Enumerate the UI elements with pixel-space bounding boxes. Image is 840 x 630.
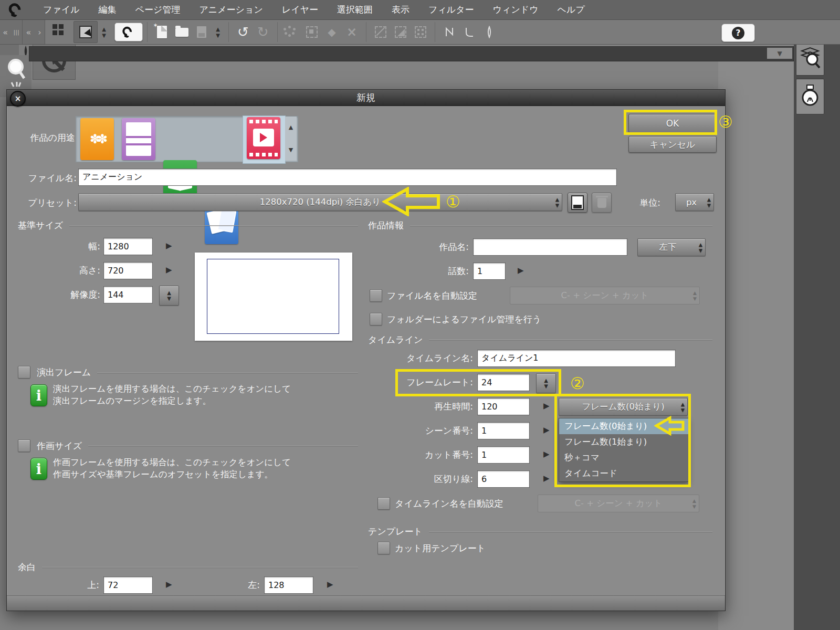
menu-animation[interactable]: アニメーション (199, 4, 262, 16)
drawing-size-checkbox[interactable] (18, 439, 30, 452)
time-scale-option-2[interactable]: 秒＋コマ (559, 450, 688, 466)
usage-icon-animation[interactable] (247, 117, 280, 159)
cut-number-input[interactable] (477, 446, 530, 464)
hint-panel-button[interactable] (796, 79, 824, 114)
auto-filename-checkbox[interactable] (370, 289, 382, 302)
resolution-input[interactable] (103, 286, 153, 303)
time-scale-option-1[interactable]: フレーム数(1始まり) (559, 434, 688, 450)
spin-up-icon: ▲ (212, 27, 224, 32)
margin-top-slider-button[interactable]: ▶ (166, 581, 172, 589)
menu-file[interactable]: ファイル (43, 4, 80, 16)
fill-button[interactable]: ◆ (322, 22, 342, 43)
scene-number-input[interactable] (477, 422, 530, 439)
cancel-button[interactable]: キャンセル (628, 136, 717, 153)
framerate-spinner[interactable]: ▲ ▼ (536, 373, 556, 393)
line-tool-button[interactable] (439, 22, 459, 43)
episode-slider-button[interactable]: ▶ (518, 267, 524, 275)
menu-edit[interactable]: 編集 (99, 4, 117, 16)
page-position-dropdown[interactable]: 左下 ▲ ▼ (637, 238, 706, 256)
save-file-button[interactable] (192, 22, 212, 43)
menu-window[interactable]: ウィンドウ (493, 4, 539, 16)
menu-page-manage[interactable]: ページ管理 (135, 4, 181, 16)
width-input[interactable] (103, 238, 153, 255)
menu-help[interactable]: ヘルプ (558, 4, 585, 16)
resolution-spinner[interactable]: ▲ ▼ (159, 286, 179, 306)
auto-timeline-name-checkbox[interactable] (377, 497, 390, 510)
scatter-button[interactable] (282, 22, 302, 43)
usage-icon-strip: ✽✽ ▲ ▼ (76, 116, 298, 162)
selection-border-button[interactable] (411, 22, 430, 43)
cut-slider-button[interactable]: ▶ (543, 450, 550, 458)
scroll-down-icon[interactable]: ▼ (289, 146, 293, 153)
timeline-name-input[interactable] (477, 350, 676, 367)
playtime-label: 再生時間: (434, 401, 473, 413)
cut-template-checkbox[interactable] (377, 542, 390, 554)
work-name-input[interactable] (473, 238, 627, 256)
height-input[interactable] (103, 262, 153, 279)
group-divider (88, 446, 358, 446)
undo-button[interactable]: ↺ (233, 22, 253, 43)
time-scale-option-3[interactable]: タイムコード (559, 466, 688, 481)
quick-access-panel-button[interactable] (796, 40, 824, 76)
scroll-up-icon[interactable]: ▲ (289, 124, 293, 131)
width-slider-button[interactable]: ▶ (166, 242, 172, 250)
separator-input[interactable] (477, 470, 530, 488)
lightbulb-icon (801, 83, 820, 110)
snap-tool-button[interactable] (74, 21, 98, 43)
move-selection-button[interactable] (302, 22, 322, 43)
ok-button[interactable]: OK (628, 114, 717, 133)
unit-dropdown[interactable]: px ▲ ▼ (675, 193, 714, 211)
new-file-button[interactable]: ✶ (152, 22, 172, 43)
open-file-button[interactable] (172, 22, 192, 43)
menu-selection[interactable]: 選択範囲 (337, 4, 373, 16)
mask-button[interactable] (391, 22, 411, 43)
redo-button[interactable]: ↻ (253, 22, 273, 43)
margin-left-slider-button[interactable]: ▶ (327, 581, 333, 589)
menu-layer[interactable]: レイヤー (282, 4, 318, 16)
dialog-title-bar[interactable]: 新規 (7, 90, 725, 106)
help-button[interactable]: ? (721, 24, 755, 42)
auto-timeline-name-label: タイムライン名を自動設定 (395, 498, 503, 510)
open-clip-studio-button[interactable] (114, 23, 143, 41)
separator-slider-button[interactable]: ▶ (543, 475, 550, 482)
toolbar-divider (228, 22, 229, 42)
toolbar-spinner-2[interactable]: ▲ ▼ (212, 27, 224, 38)
usage-icon-comic[interactable] (122, 118, 155, 160)
toolbar-spinner[interactable]: ▲ ▼ (98, 27, 110, 38)
polyline-icon (443, 26, 456, 38)
playtime-slider-button[interactable]: ▶ (543, 402, 550, 410)
direction-frame-checkbox[interactable] (18, 366, 30, 379)
tab-dropdown-button[interactable]: ▼ (767, 48, 792, 59)
spin-up-icon: ▲ (707, 197, 711, 202)
framerate-input[interactable] (477, 374, 530, 391)
time-scale-spinner[interactable]: ▲ ▼ (681, 402, 685, 412)
episode-input[interactable] (473, 262, 506, 280)
menu-view[interactable]: 表示 (392, 4, 410, 16)
folder-manage-checkbox[interactable] (370, 313, 382, 326)
preset-spinner[interactable]: ▲ ▼ (555, 197, 559, 207)
deselect-button[interactable] (371, 22, 391, 43)
margin-left-input[interactable] (264, 576, 313, 594)
pen-pressure-button[interactable] (479, 22, 499, 43)
usage-scrollbar[interactable]: ▲ ▼ (285, 117, 297, 161)
preset-dropdown[interactable]: 1280x720 (144dpi) 余白あり ▲ ▼ (78, 193, 562, 211)
margin-top-input[interactable] (103, 576, 153, 594)
dialog-close-button[interactable]: × (10, 91, 26, 107)
transform-button[interactable]: × (342, 22, 362, 43)
playtime-input[interactable] (477, 398, 530, 415)
scene-slider-button[interactable]: ▶ (543, 426, 550, 434)
file-name-input[interactable] (78, 169, 617, 186)
unit-spinner[interactable]: ▲ ▼ (707, 197, 711, 207)
time-scale-dropdown[interactable]: フレーム数(0始まり) ▲ ▼ (559, 398, 688, 416)
workspace-grid-button[interactable] (50, 22, 70, 43)
menu-filter[interactable]: フィルター (428, 4, 474, 16)
curve-tool-button[interactable] (459, 22, 479, 43)
collapse-panel-button-2[interactable]: « › (23, 20, 45, 44)
height-slider-button[interactable]: ▶ (166, 266, 172, 274)
usage-icon-illustration[interactable]: ✽✽ (80, 118, 114, 160)
collapse-panel-button[interactable]: « ||| (0, 20, 23, 44)
page-position-spinner[interactable]: ▲ ▼ (699, 243, 702, 253)
timeline-name-label: タイムライン名: (406, 352, 473, 364)
register-preset-button[interactable] (568, 193, 587, 213)
delete-preset-button[interactable] (592, 193, 612, 213)
